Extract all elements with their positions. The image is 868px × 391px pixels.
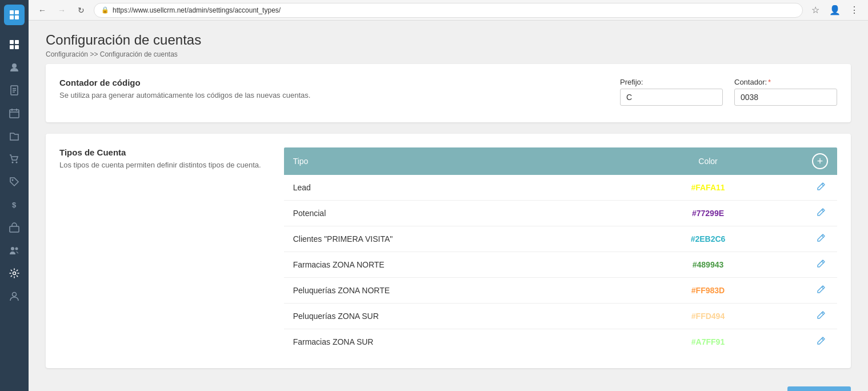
sidebar-item-orders[interactable] [4, 149, 25, 169]
row-action-4 [794, 284, 828, 297]
svg-rect-1 [15, 10, 19, 14]
tipos-section-title: Tipos de Cuenta [59, 147, 261, 157]
row-color-0: #FAFA11 [622, 183, 794, 192]
svg-point-18 [16, 162, 18, 163]
row-tipo-3: Farmacias ZONA NORTE [293, 260, 622, 269]
table-row: Peluquerías ZONA SUR #FFD494 [284, 304, 837, 329]
sidebar-item-tags[interactable] [4, 171, 25, 192]
tipos-rows: Lead #FAFA11 Potencial #77299E [284, 175, 837, 354]
svg-text:$: $ [12, 201, 17, 209]
breadcrumb: Configuración >> Configuración de cuenta… [46, 50, 851, 58]
svg-point-8 [12, 63, 17, 68]
add-tipo-button[interactable]: + [812, 153, 828, 169]
edit-button-1[interactable] [814, 206, 828, 220]
prefix-field-group: Prefijo: [620, 78, 723, 106]
edit-button-0[interactable] [814, 181, 828, 194]
row-action-5 [794, 309, 828, 323]
row-color-1: #77299E [622, 209, 794, 218]
svg-rect-2 [10, 15, 14, 19]
page-title: Configuración de cuentas [46, 32, 851, 48]
edit-button-4[interactable] [814, 284, 828, 297]
table-row: Potencial #77299E [284, 201, 837, 226]
table-row: Farmacias ZONA SUR #A7FF91 [284, 329, 837, 354]
table-row: Clientes "PRIMERA VISITA" #2EB2C6 [284, 226, 837, 252]
row-action-3 [794, 258, 828, 272]
edit-button-6[interactable] [814, 335, 828, 349]
sidebar-item-shop[interactable] [4, 217, 25, 238]
sidebar-item-files[interactable] [4, 126, 25, 146]
counter-card: Contador de código Se utiliza para gener… [46, 64, 851, 122]
svg-rect-13 [10, 110, 19, 118]
row-action-6 [794, 335, 828, 349]
sidebar-item-settings[interactable] [4, 263, 25, 284]
browser-bar: ← → ↻ 🔒 https://www.usellcrm.net/admin/s… [29, 0, 868, 21]
svg-rect-6 [10, 45, 14, 49]
table-row: Lead #FAFA11 [284, 175, 837, 201]
reload-button[interactable]: ↻ [74, 3, 88, 17]
content-area: Configuración de cuentas Configuración >… [29, 21, 868, 391]
page-header: Configuración de cuentas Configuración >… [29, 21, 868, 64]
svg-rect-5 [15, 40, 19, 44]
sidebar-item-dashboard[interactable] [4, 34, 25, 55]
sidebar-item-admin[interactable] [4, 286, 25, 306]
svg-point-25 [13, 293, 17, 297]
lock-icon: 🔒 [101, 6, 109, 14]
forward-button[interactable]: → [55, 3, 69, 17]
page-footer: Guardar [29, 380, 868, 391]
tipos-table: Tipo Color + Lead #FAFA11 [284, 147, 837, 354]
edit-button-3[interactable] [814, 258, 828, 272]
table-row: Peluquerías ZONA NORTE #FF983D [284, 278, 837, 304]
sidebar-logo[interactable] [4, 5, 25, 25]
prefix-input[interactable] [620, 89, 723, 106]
counter-input[interactable] [734, 89, 837, 106]
sidebar-item-teams[interactable] [4, 240, 25, 261]
sidebar-item-finance[interactable]: $ [4, 194, 25, 215]
row-tipo-1: Potencial [293, 209, 622, 218]
sidebar-item-contacts[interactable] [4, 57, 25, 78]
row-color-2: #2EB2C6 [622, 234, 794, 244]
table-row: Farmacias ZONA NORTE #489943 [284, 252, 837, 278]
address-bar[interactable]: 🔒 https://www.usellcrm.net/admin/setting… [94, 3, 803, 18]
counter-section-title: Contador de código [59, 78, 310, 87]
prefix-label: Prefijo: [620, 78, 723, 86]
counter-field-group: Contador:* [734, 78, 837, 106]
svg-rect-7 [15, 45, 19, 49]
row-tipo-5: Peluquerías ZONA SUR [293, 312, 622, 321]
svg-rect-21 [10, 226, 19, 232]
sidebar-item-documents[interactable] [4, 80, 25, 101]
row-tipo-2: Clientes "PRIMERA VISITA" [293, 234, 622, 244]
row-action-2 [794, 232, 828, 246]
tipos-card: Tipos de Cuenta Los tipos de cuenta perm… [46, 134, 851, 368]
row-color-3: #489943 [622, 260, 794, 269]
counter-section-desc: Se utiliza para generar automáticamente … [59, 91, 310, 99]
row-color-6: #A7FF91 [622, 337, 794, 346]
svg-point-24 [13, 272, 16, 275]
tipos-section-desc: Los tipos de cuenta permiten definir dis… [59, 161, 261, 169]
row-tipo-0: Lead [293, 183, 622, 192]
table-header: Tipo Color + [284, 147, 837, 175]
counter-row: Prefijo: Contador:* [620, 78, 837, 106]
main-area: ← → ↻ 🔒 https://www.usellcrm.net/admin/s… [29, 0, 868, 391]
edit-button-2[interactable] [814, 232, 828, 246]
col-action-header: + [794, 153, 828, 169]
edit-button-5[interactable] [814, 309, 828, 323]
col-tipo-header: Tipo [293, 157, 622, 166]
menu-button[interactable]: ⋮ [847, 3, 861, 17]
row-color-5: #FFD494 [622, 312, 794, 321]
svg-point-23 [15, 248, 18, 250]
svg-rect-4 [10, 40, 14, 44]
profile-button[interactable]: 👤 [828, 3, 842, 17]
svg-point-19 [12, 179, 14, 181]
row-action-1 [794, 206, 828, 220]
sidebar-item-calendar[interactable] [4, 103, 25, 123]
bookmark-button[interactable]: ☆ [809, 3, 822, 17]
breadcrumb-current: Configuración de cuentas [100, 50, 178, 58]
svg-point-22 [11, 247, 14, 250]
back-button[interactable]: ← [35, 3, 49, 17]
svg-rect-3 [15, 15, 19, 19]
row-tipo-4: Peluquerías ZONA NORTE [293, 286, 622, 295]
row-color-4: #FF983D [622, 286, 794, 295]
url-text: https://www.usellcrm.net/admin/settings/… [113, 6, 281, 14]
save-button[interactable]: Guardar [787, 386, 851, 391]
svg-rect-0 [10, 10, 14, 14]
